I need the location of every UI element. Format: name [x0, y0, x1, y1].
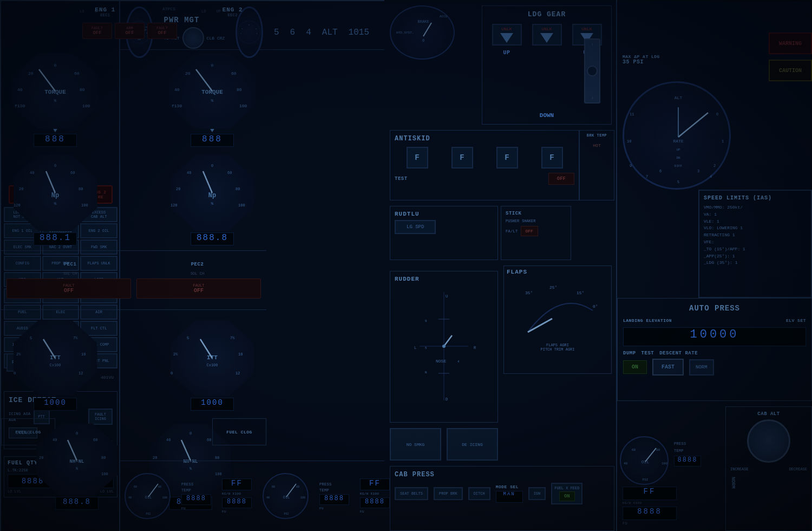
- svg-text:2: 2: [713, 164, 716, 168]
- svg-text:80: 80: [656, 448, 660, 452]
- norm-btn[interactable]: NORM: [689, 359, 714, 375]
- nhnl-display-1: 888.8: [55, 497, 99, 510]
- svg-text:7: 7: [240, 33, 241, 35]
- fuel-clog-right: FUEL CLOG: [212, 418, 266, 445]
- svg-text:10: 10: [81, 352, 86, 357]
- ign-btn[interactable]: IGN: [528, 487, 546, 500]
- svg-text:20: 20: [28, 71, 34, 76]
- antiskid-f4[interactable]: F: [541, 147, 563, 169]
- pitch-trim-right-labels: LO UP: [201, 9, 221, 14]
- svg-text:0°: 0°: [593, 304, 598, 309]
- gear-lever[interactable]: ↑ ↓: [584, 38, 600, 103]
- ldg-gear-section: LDG GEAR UNLK UNLK UNLK: [482, 5, 612, 125]
- svg-line-113: [444, 335, 452, 346]
- svg-text:%: %: [211, 201, 213, 206]
- dump-on-btn[interactable]: ON: [623, 360, 647, 374]
- fault-off-2[interactable]: FAULT OFF: [147, 23, 177, 39]
- svg-text:120: 120: [14, 203, 21, 208]
- eng1-np-gauge: Np % 40 60 80 20 0 100 120 888.1: [1, 150, 109, 250]
- svg-text:DIFF: DIFF: [675, 164, 683, 168]
- svg-text:100: 100: [662, 462, 667, 465]
- prop-brk-btn[interactable]: PROP BRK: [434, 487, 463, 500]
- svg-text:7½: 7½: [73, 336, 78, 340]
- de-icing-btn[interactable]: DE ICING: [447, 428, 498, 461]
- fuel-x-on-btn[interactable]: ON: [559, 491, 575, 501]
- lg-spd-btn[interactable]: LG SPD: [395, 220, 436, 234]
- svg-line-71: [200, 339, 212, 358]
- svg-text:Np: Np: [51, 192, 58, 199]
- svg-text:12: 12: [235, 371, 240, 375]
- svg-text:100: 100: [101, 472, 108, 476]
- eng2-np-gauge: Np % 40 60 80 20 0 100 120 888.8: [158, 150, 266, 250]
- svg-line-80: [68, 440, 77, 461]
- np-display-1: 888.1: [34, 232, 77, 245]
- no-smkg-btn[interactable]: NO SMKG: [390, 428, 441, 461]
- unlk-left[interactable]: UNLK: [492, 24, 522, 46]
- bottom-oil-display-left: 8888: [181, 494, 211, 505]
- antiskid-f3[interactable]: F: [496, 147, 518, 169]
- antiskid-test-btn[interactable]: OFF: [548, 173, 574, 185]
- svg-text:15°: 15°: [577, 290, 584, 295]
- ditch-btn[interactable]: DITCH: [468, 487, 490, 500]
- arm-off-1[interactable]: ARM OFF: [115, 23, 145, 39]
- fault-off-1[interactable]: FAULT OFF: [82, 23, 112, 39]
- svg-text:D: D: [446, 397, 448, 402]
- svg-text:5: 5: [30, 336, 32, 340]
- svg-text:80: 80: [235, 187, 240, 191]
- fuel-x-feed-btn[interactable]: FUEL X FEED ON: [551, 483, 582, 504]
- cab-alt-knob[interactable]: [747, 419, 790, 463]
- svg-text:9: 9: [242, 28, 243, 30]
- ldg-gear-arrow-center: [540, 33, 553, 43]
- svg-line-131: [678, 113, 708, 137]
- svg-text:20: 20: [19, 187, 23, 191]
- cab-alt-section: CAB ALT INCREASE DECREASE NORM: [725, 406, 812, 531]
- svg-text:0: 0: [211, 164, 213, 168]
- svg-text:HYD.SYST.: HYD.SYST.: [396, 31, 414, 35]
- svg-text:80: 80: [101, 456, 106, 460]
- svg-text:40: 40: [187, 171, 191, 175]
- svg-text:100: 100: [82, 103, 90, 108]
- svg-text:PSI: PSI: [643, 478, 649, 482]
- torque-display-2: 888: [191, 134, 234, 147]
- svg-text:20: 20: [153, 456, 157, 460]
- np-row: Np % 40 60 80 20 0 100 120 888.1: [1, 150, 266, 250]
- up-label-left: UP: [492, 50, 522, 56]
- fa-lt-off-btn[interactable]: OFF: [521, 226, 538, 236]
- svg-text:25°: 25°: [549, 285, 557, 290]
- svg-text:11: 11: [630, 112, 634, 116]
- svg-text:OIL: OIL: [641, 459, 650, 464]
- antiskid-f1[interactable]: F: [407, 147, 428, 169]
- pitch-trim-labels: LO UP: [80, 9, 99, 14]
- svg-text:DN: DN: [676, 156, 680, 160]
- svg-text:0: 0: [54, 63, 57, 68]
- pec2-fault-off[interactable]: FAULT OFF: [136, 279, 261, 299]
- pwr-mgt-knob[interactable]: [182, 27, 204, 49]
- svg-text:ALT: ALT: [675, 95, 683, 100]
- press-label-1: PRESS: [674, 442, 701, 446]
- svg-text:4: 4: [710, 174, 712, 179]
- svg-text:BRAKE: BRAKE: [417, 20, 429, 24]
- fu-display-section: FF kg/h x100 8888 FU: [623, 487, 704, 526]
- svg-text:OIL: OIL: [145, 495, 152, 500]
- svg-text:40: 40: [128, 496, 132, 500]
- svg-line-53: [203, 171, 212, 193]
- unlk-center[interactable]: UNLK: [532, 24, 562, 46]
- svg-text:f130: f130: [15, 103, 25, 108]
- svg-text:U: U: [446, 294, 448, 299]
- fast-btn[interactable]: FAST: [652, 359, 684, 375]
- pec1-fault-off[interactable]: FAULT OFF: [6, 279, 131, 299]
- svg-text:10: 10: [238, 352, 243, 357]
- oil-gauge-right-bottom: OIL 60 80 40 100 PSI: [263, 473, 309, 519]
- svg-text:3: 3: [257, 33, 258, 35]
- svg-line-153: [286, 484, 296, 497]
- itt-row: ITT Cx100 5 7½ 2½ 10 0 12 1000: [1, 315, 266, 416]
- seat-belts-btn[interactable]: SEAT BELTS: [395, 487, 428, 500]
- antiskid-f2[interactable]: F: [451, 147, 473, 169]
- bottom-oil-display-right: 8888: [319, 494, 349, 505]
- svg-line-43: [46, 171, 55, 193]
- rudder-section: RUDDER L R U D 9 5 N 4: [390, 271, 498, 423]
- warning-panel-right: WARNING: [769, 33, 812, 54]
- center-panel: BRAKE ACCU HYD.SYST. 0 LDG GEAR UNLK: [384, 0, 617, 531]
- svg-text:UP: UP: [676, 148, 680, 152]
- flaps-section: FLAPS 0° 15° 25° 35° FLAPS AGRI PITCH TR…: [503, 266, 612, 374]
